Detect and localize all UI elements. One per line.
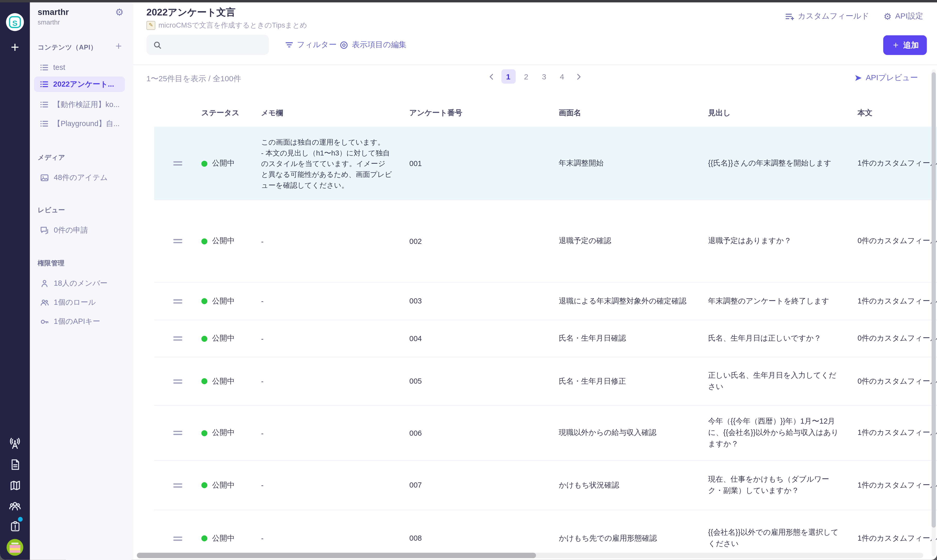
divider (133, 65, 937, 65)
table-header-row: ステータス メモ欄 アンケート番号 画面名 見出し 本文 (154, 99, 937, 127)
community-menu-button[interactable] (0, 498, 30, 514)
results-info: 1〜25件目を表示 / 全100件 (146, 74, 241, 84)
vertical-scrollbar-thumb[interactable] (932, 72, 936, 528)
table-row[interactable]: 公開中 - 004 氏名・生年月日確認 氏名、生年月日は正しいですか？ 0件のカ… (154, 320, 937, 357)
service-rail: S + (0, 0, 30, 560)
section-title-media: メディア (38, 153, 65, 162)
sidebar-item-media[interactable]: 48件のアイテム (34, 170, 125, 185)
display-items-button[interactable]: 表示項目の編集 (339, 40, 406, 50)
content-table: ステータス メモ欄 アンケート番号 画面名 見出し 本文 公開中 この画面は独自… (154, 99, 937, 560)
table-row[interactable]: 公開中 この画面は独自の運用をしています。 - 本文の見出し（h1〜h3）に対し… (154, 126, 937, 200)
section-title-permissions: 権限管理 (38, 259, 65, 268)
window-top-edge (0, 0, 937, 2)
section-title-contents: コンテンツ（API） (38, 43, 97, 52)
workspace-logo[interactable]: S (6, 13, 24, 31)
list-icon (40, 120, 48, 128)
sidebar-item-label: 【Playground】自... (53, 118, 120, 129)
next-page-button[interactable] (573, 69, 585, 84)
chevron-left-icon (488, 73, 495, 80)
sidebar-item-review[interactable]: 0件の申請 (34, 222, 125, 238)
search-input[interactable] (167, 40, 265, 50)
add-content-button[interactable]: ＋ 追加 (883, 35, 927, 55)
list-icon (40, 80, 48, 88)
drag-handle-icon[interactable] (173, 337, 182, 341)
drag-handle-icon[interactable] (173, 483, 182, 487)
drag-handle-icon[interactable] (173, 239, 182, 243)
table-row[interactable]: 公開中 - 005 氏名・生年月日修正 正しい氏名、生年月日を入力してください … (154, 357, 937, 405)
drag-handle-icon[interactable] (173, 431, 182, 435)
pagination: 1 2 3 4 (486, 69, 585, 84)
filter-button[interactable]: フィルター (285, 40, 337, 50)
section-title-review: レビュー (38, 206, 65, 214)
sidebar-item-members[interactable]: 18人のメンバー (34, 275, 125, 291)
table-row[interactable]: 公開中 - 002 退職予定の確認 退職予定はありますか？ 0件のカスタムフィー… (154, 200, 937, 282)
sidebar: smarthr smarthr ⚙ コンテンツ（API） ＋ test 2022… (30, 2, 133, 560)
status-dot (202, 482, 207, 488)
key-icon (40, 317, 49, 326)
sidebar-item-2022-survey[interactable]: 2022アンケート... (34, 77, 125, 92)
api-preview-link[interactable]: APIプレビュー (854, 72, 918, 83)
plus-icon: ＋ (891, 40, 900, 51)
clipboard-alert-icon (9, 520, 22, 533)
search-box (146, 35, 269, 55)
sidebar-item-label: 1個のロール (54, 297, 96, 307)
announcements-menu-button[interactable] (0, 519, 30, 534)
broadcast-icon (8, 437, 22, 451)
workspace-name[interactable]: smarthr (38, 7, 69, 17)
table-row[interactable]: 公開中 - 008 かけもち先での雇用形態確認 {{会社名}}以外での雇用形態を… (154, 510, 937, 560)
drag-handle-icon[interactable] (173, 162, 182, 166)
status-dot (202, 535, 207, 542)
sidebar-item-roles[interactable]: 1個のロール (34, 295, 125, 310)
sidebar-item-test[interactable]: test (34, 60, 125, 75)
custom-fields-link[interactable]: カスタムフィールド (785, 11, 869, 22)
drag-handle-icon[interactable] (173, 536, 182, 540)
document-icon (9, 458, 22, 471)
page-button-1[interactable]: 1 (501, 69, 515, 84)
sidebar-item-label: test (53, 63, 65, 72)
person-icon (40, 279, 49, 288)
status-dot (202, 238, 207, 244)
prev-page-button[interactable] (486, 69, 497, 84)
list-plus-icon (785, 12, 794, 21)
column-header-heading: 見出し (708, 107, 857, 118)
gear-icon: ⚙ (884, 12, 892, 21)
table-row[interactable]: 公開中 - 007 かけもち状況確認 現在、仕事をかけもち（ダブルワーク・副業）… (154, 460, 937, 510)
sidebar-item-label: 48件のアイテム (54, 172, 108, 183)
sidebar-item-kensho[interactable]: 【動作検証用】ko... (34, 97, 125, 112)
workspace-subtitle: smarthr (38, 18, 60, 26)
table-row[interactable]: 公開中 - 006 現職以外からの給与収入確認 今年（{{今年（西暦）}}年）1… (154, 405, 937, 460)
drag-handle-icon[interactable] (173, 379, 182, 383)
image-icon (40, 173, 49, 182)
horizontal-scrollbar-thumb[interactable] (137, 553, 536, 558)
horizontal-scrollbar[interactable] (137, 553, 923, 558)
page-button-2[interactable]: 2 (519, 69, 534, 84)
status-dot (202, 430, 207, 436)
map-menu-button[interactable] (0, 477, 30, 493)
status-dot (202, 160, 207, 166)
page-title: 2022アンケート文言 (146, 6, 236, 19)
sidebar-item-label: 18人のメンバー (54, 278, 108, 288)
page-button-3[interactable]: 3 (537, 69, 551, 84)
send-icon (854, 74, 862, 82)
column-header-memo: メモ欄 (261, 108, 409, 118)
drag-handle-icon[interactable] (173, 299, 182, 303)
list-icon (40, 100, 48, 109)
documents-menu-button[interactable] (0, 457, 30, 472)
community-icon (8, 500, 22, 513)
sidebar-item-api-keys[interactable]: 1個のAPIキー (34, 314, 125, 329)
add-api-button[interactable]: ＋ (114, 42, 123, 50)
sidebar-item-label: 【動作検証用】ko... (53, 100, 120, 109)
eye-target-icon (339, 40, 348, 49)
list-icon (40, 63, 48, 72)
broadcast-menu-button[interactable] (0, 436, 30, 452)
sidebar-item-playground[interactable]: 【Playground】自... (34, 116, 125, 131)
column-header-number: アンケート番号 (409, 108, 559, 118)
add-workspace-button[interactable]: + (0, 40, 30, 56)
page-button-4[interactable]: 4 (555, 69, 569, 84)
map-icon (9, 479, 22, 492)
table-row[interactable]: 公開中 - 003 退職による年末調整対象外の確定確認 年末調整のアンケートを終… (154, 282, 937, 320)
api-settings-link[interactable]: ⚙ API設定 (884, 11, 923, 22)
workspace-settings-gear-icon[interactable]: ⚙ (115, 7, 124, 18)
user-avatar[interactable] (6, 539, 23, 555)
vertical-scrollbar[interactable] (932, 69, 936, 556)
